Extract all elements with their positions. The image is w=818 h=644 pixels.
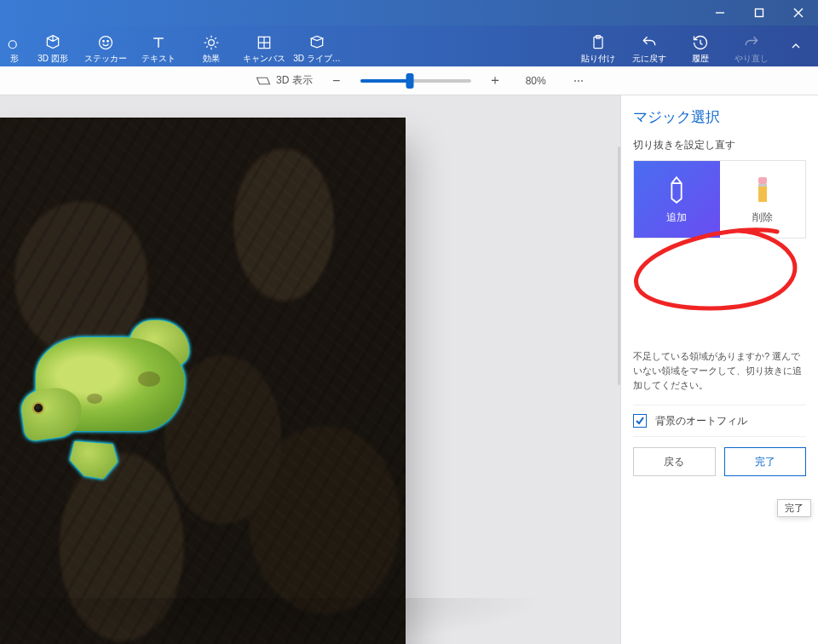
toolbar-3d-library[interactable]: 3D ライブ…	[293, 30, 341, 63]
paste-icon	[590, 33, 607, 52]
canvas-area[interactable]	[0, 95, 620, 644]
back-button-label: 戻る	[664, 455, 684, 469]
svg-point-7	[107, 40, 109, 42]
toolbar-collapse-chevron[interactable]	[779, 39, 813, 53]
toolbar-paste[interactable]: 貼り付け	[574, 30, 622, 63]
back-button[interactable]: 戻る	[633, 447, 716, 476]
toolbar-stickers[interactable]: ステッカー	[82, 30, 130, 63]
svg-rect-13	[758, 184, 767, 187]
zoom-percent[interactable]: 80%	[519, 75, 553, 87]
view-3d-icon	[256, 75, 271, 87]
svg-rect-12	[758, 177, 767, 184]
panel-hint-text: 不足している領域がありますか? 選んでいない領域をマークして、切り抜きに追加して…	[633, 349, 806, 393]
toolbar-label: 形	[10, 54, 19, 63]
zoom-more-button[interactable]: ⋯	[568, 75, 590, 87]
window-titlebar	[0, 0, 818, 26]
remove-tool-button[interactable]: 削除	[720, 161, 806, 238]
toolbar-label: 3D 図形	[37, 54, 68, 63]
svg-point-5	[100, 36, 112, 49]
zoom-slider-thumb[interactable]	[406, 73, 414, 89]
toolbar-label: やり直し	[734, 54, 769, 63]
view-3d-label: 3D 表示	[276, 73, 313, 88]
toolbar-3d-shapes[interactable]: 3D 図形	[29, 30, 77, 63]
remove-tool-label: 削除	[752, 211, 773, 224]
toolbar-label: 効果	[203, 54, 220, 63]
zoom-in-button[interactable]: ＋	[487, 72, 504, 89]
toolbar-redo: やり直し	[728, 30, 775, 63]
toolbar-history[interactable]: 履歴	[677, 30, 724, 63]
done-button-label: 完了	[755, 455, 775, 469]
toolbar-label: 履歴	[692, 54, 709, 63]
toolbar-label: ステッカー	[84, 54, 127, 63]
autofill-label: 背景のオートフィル	[655, 415, 747, 428]
undo-icon	[641, 33, 658, 52]
toolbar-undo[interactable]: 元に戻す	[625, 30, 673, 63]
add-tool-button[interactable]: 追加	[634, 161, 720, 238]
canvas-image[interactable]	[0, 118, 406, 644]
svg-rect-1	[756, 9, 763, 17]
cube-icon	[44, 33, 61, 52]
sticker-icon	[97, 33, 114, 52]
toolbar-label: 元に戻す	[632, 54, 666, 63]
panel-title: マジック選択	[633, 107, 806, 127]
window-minimize-button[interactable]	[700, 0, 740, 26]
svg-point-8	[209, 39, 215, 45]
library-icon	[308, 33, 325, 52]
autofill-checkbox[interactable]	[633, 414, 647, 428]
svg-point-6	[103, 40, 105, 42]
pencil-add-icon	[665, 175, 688, 204]
magic-select-panel: マジック選択 切り抜きを設定し直す 追加 削除	[620, 95, 818, 644]
toolbar-label: テキスト	[141, 54, 176, 63]
zoom-out-button[interactable]: −	[328, 73, 345, 89]
svg-rect-14	[758, 187, 767, 202]
autofill-row[interactable]: 背景のオートフィル	[633, 405, 806, 437]
done-tooltip: 完了	[777, 499, 811, 517]
panel-subtitle: 切り抜きを設定し直す	[633, 139, 806, 152]
shapes-icon	[7, 33, 22, 52]
text-icon	[150, 33, 167, 52]
redo-icon	[743, 33, 760, 52]
toolbar-label: 貼り付け	[581, 54, 615, 63]
toolbar-label: キャンバス	[243, 54, 285, 63]
view-3d-toggle[interactable]: 3D 表示	[256, 73, 313, 88]
toolbar-canvas[interactable]: キャンバス	[240, 30, 288, 63]
svg-point-4	[9, 40, 16, 48]
toolbar-label: 3D ライブ…	[293, 54, 341, 63]
magic-select-selection[interactable]	[19, 313, 206, 484]
toolbar-effects[interactable]: 効果	[187, 30, 235, 63]
canvas-icon	[256, 33, 273, 52]
panel-scrollbar[interactable]	[618, 147, 620, 385]
add-tool-label: 追加	[666, 211, 687, 224]
effects-icon	[203, 33, 220, 52]
toolbar-text[interactable]: テキスト	[135, 30, 182, 63]
window-close-button[interactable]	[779, 0, 818, 26]
window-maximize-button[interactable]	[740, 0, 779, 26]
zoom-bar: 3D 表示 − ＋ 80% ⋯	[0, 66, 818, 95]
zoom-slider[interactable]	[360, 79, 471, 83]
history-icon	[692, 33, 709, 52]
eraser-remove-icon	[753, 175, 772, 204]
toolbar-shapes-partial[interactable]: 形	[5, 30, 24, 63]
refine-tool-pair: 追加 削除	[633, 160, 806, 239]
main-toolbar: 形 3D 図形 ステッカー テキスト 効果 キャンバス 3D ライブ… 貼	[0, 26, 818, 66]
done-button[interactable]: 完了	[724, 447, 807, 476]
